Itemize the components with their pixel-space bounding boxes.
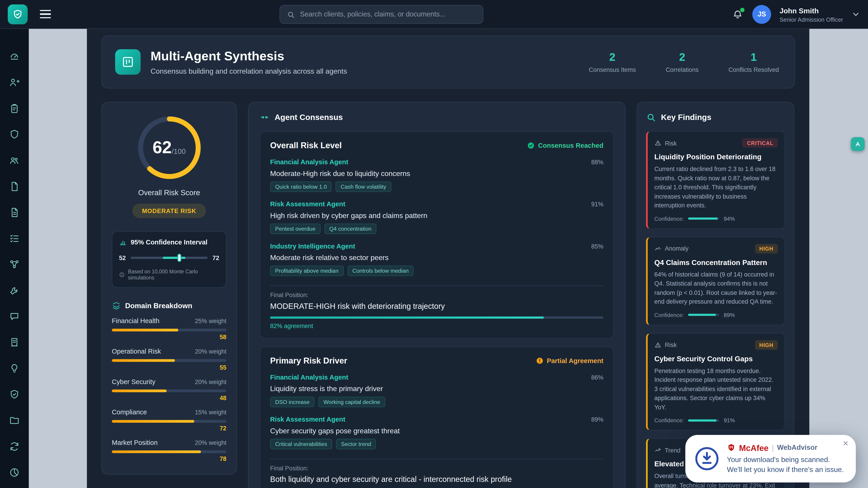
user-info: John Smith Senior Admission Officer <box>780 6 843 22</box>
agent-consensus-header: Agent Consensus <box>260 110 614 123</box>
finding-cyber-gaps[interactable]: Risk HIGH Cyber Security Control Gaps Pe… <box>646 333 785 430</box>
interval-low: 52 <box>119 255 126 261</box>
check-circle-icon <box>527 141 535 149</box>
sidebar-item-clients[interactable] <box>8 76 21 89</box>
wrench-icon <box>9 285 20 296</box>
agent-row: Risk Assessment Agent 89% Cyber security… <box>270 416 603 449</box>
evidence-chip: Sector trend <box>336 439 376 449</box>
monte-carlo-note: Based on 10,000 Monte Carlo simulations <box>128 268 219 281</box>
search-input[interactable] <box>300 11 476 18</box>
risk-score-value: 62 <box>153 138 172 158</box>
synthesis-icon-badge <box>115 49 141 75</box>
close-icon[interactable]: ✕ <box>843 439 849 448</box>
risk-level-badge: MODERATE RISK <box>132 203 206 218</box>
sidebar-item-analytics[interactable] <box>8 466 21 479</box>
header-stats: 2 Consensus Items 2 Correlations 1 Confl… <box>589 51 779 73</box>
evidence-chip: Pentest overdue <box>270 223 320 234</box>
sidebar-item-tasks[interactable] <box>8 232 21 245</box>
sidebar <box>0 29 29 488</box>
sidebar-item-invoices[interactable] <box>8 336 21 349</box>
content-columns: 62 /100 Overall Risk Score MODERATE RISK… <box>101 102 795 488</box>
agent-row: Risk Assessment Agent 91% High risk driv… <box>270 200 603 234</box>
sidebar-item-team[interactable] <box>8 154 21 167</box>
consensus-section-primary-driver: Primary Risk Driver Partial Agreement Fi… <box>260 346 614 488</box>
bar-chart-icon <box>119 238 127 246</box>
key-findings-card: Key Findings Risk CRITICAL Liquidity Pos… <box>637 102 794 488</box>
sidebar-item-dashboard[interactable] <box>8 50 21 63</box>
domain-row-market-position: Market Position20% weight 78 <box>112 439 226 462</box>
severity-badge: HIGH <box>755 340 778 350</box>
webadvisor-label: WebAdvisor <box>777 444 817 452</box>
user-plus-icon <box>9 77 20 88</box>
domain-row-operational-risk: Operational Risk20% weight 55 <box>112 348 226 371</box>
sidebar-item-messages[interactable] <box>8 310 21 323</box>
sidebar-item-network[interactable] <box>8 258 21 271</box>
agreement-bar <box>270 317 603 319</box>
user-name: John Smith <box>780 6 843 15</box>
chat-icon <box>9 311 20 322</box>
page-content: Multi-Agent Synthesis Consensus building… <box>87 29 809 488</box>
evidence-chip: Working capital decline <box>318 397 385 408</box>
sidebar-item-risk[interactable] <box>8 128 21 141</box>
sidebar-item-reports[interactable] <box>8 206 21 219</box>
app-logo[interactable] <box>8 4 28 24</box>
page-header-text: Multi-Agent Synthesis Consensus building… <box>151 49 347 75</box>
network-icon <box>9 259 20 270</box>
avatar[interactable]: JS <box>752 5 771 24</box>
risk-score-max: /100 <box>172 147 186 155</box>
agreement-label: 82% agreement <box>270 323 603 329</box>
search-icon <box>646 112 656 122</box>
synthesis-icon <box>121 55 134 69</box>
users-icon <box>9 155 20 166</box>
consensus-status: Consensus Reached <box>527 141 603 149</box>
evidence-chip: Q4 concentration <box>324 223 377 234</box>
lightbulb-icon <box>9 363 20 374</box>
checklist-icon <box>9 233 20 244</box>
evidence-chip: Critical vulnerabilities <box>270 439 332 449</box>
agent-row: Financial Analysis Agent 86% Liquidity s… <box>270 373 603 407</box>
evidence-chip: DSO increase <box>270 397 315 408</box>
sidebar-item-documents[interactable] <box>8 180 21 193</box>
consensus-section-overall-risk: Overall Risk Level Consensus Reached Fin… <box>260 131 614 338</box>
risk-score-label: Overall Risk Score <box>112 189 226 197</box>
evidence-chip: Quick ratio below 1.0 <box>270 182 332 192</box>
stat-consensus-items: 2 Consensus Items <box>589 51 636 73</box>
floating-tool-widget[interactable] <box>851 137 865 151</box>
file-icon <box>9 181 20 192</box>
section-title: Primary Risk Driver <box>270 356 347 365</box>
sidebar-item-sync[interactable] <box>8 440 21 453</box>
receipt-icon <box>9 337 20 348</box>
chevron-down-icon <box>851 10 860 19</box>
section-title: Overall Risk Level <box>270 140 342 150</box>
mcafee-webadvisor-popup: McAfee | WebAdvisor Your download's bein… <box>685 435 856 483</box>
finding-liquidity[interactable]: Risk CRITICAL Liquidity Position Deterio… <box>646 131 785 229</box>
warning-icon <box>654 139 662 147</box>
confidence-slider[interactable] <box>131 257 208 259</box>
finding-q4-claims[interactable]: Anomaly HIGH Q4 Claims Concentration Pat… <box>646 236 785 325</box>
key-findings-header: Key Findings <box>646 110 785 123</box>
domain-row-compliance: Compliance15% weight 72 <box>112 408 226 431</box>
dashboard-icon <box>9 51 20 62</box>
topbar: JS John Smith Senior Admission Officer <box>0 0 868 29</box>
sidebar-item-security[interactable] <box>8 388 21 401</box>
global-search[interactable] <box>280 5 483 24</box>
page-subtitle: Consensus building and correlation analy… <box>151 67 347 75</box>
sidebar-item-assessments[interactable] <box>8 102 21 115</box>
topbar-right: JS John Smith Senior Admission Officer <box>732 0 860 29</box>
file-text-icon <box>9 207 20 218</box>
interval-high: 72 <box>213 255 219 261</box>
menu-toggle-button[interactable] <box>40 8 51 21</box>
sidebar-item-insights[interactable] <box>8 362 21 375</box>
sidebar-item-files[interactable] <box>8 414 21 427</box>
user-menu-button[interactable] <box>851 10 860 19</box>
risk-score-card: 62 /100 Overall Risk Score MODERATE RISK… <box>101 102 237 475</box>
evidence-chip: Profitability above median <box>270 266 344 276</box>
confidence-slider-thumb[interactable] <box>178 255 181 261</box>
notifications-button[interactable] <box>732 8 744 21</box>
sidebar-item-tools[interactable] <box>8 284 21 297</box>
app-window: JS John Smith Senior Admission Officer <box>0 0 868 488</box>
handshake-icon <box>260 112 270 122</box>
agent-consensus-card: Agent Consensus Overall Risk Level Conse… <box>248 102 625 488</box>
mcafee-content: McAfee | WebAdvisor Your download's bein… <box>727 443 844 474</box>
mcafee-message-line1: Your download's being scanned. <box>727 455 844 464</box>
